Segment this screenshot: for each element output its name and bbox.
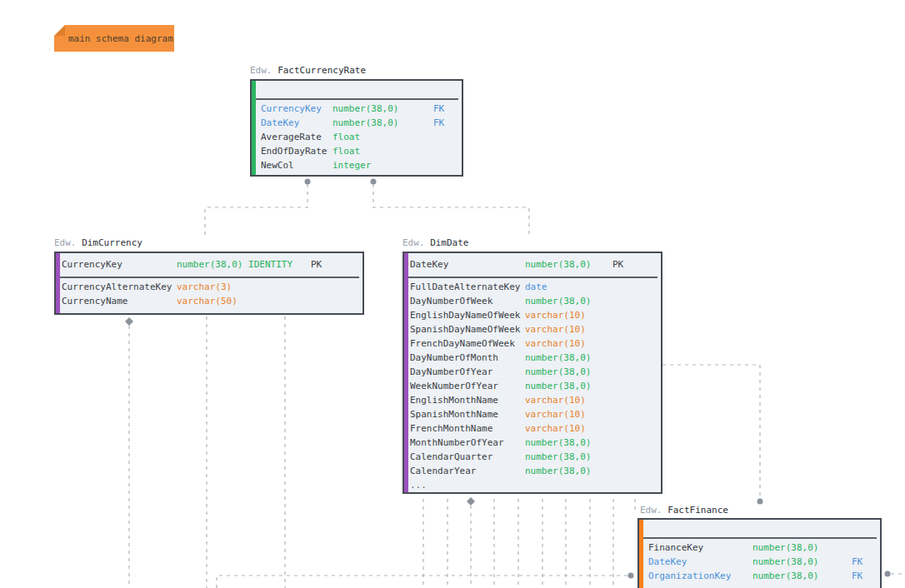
fk-endpoint-dot — [371, 179, 377, 185]
column-type: varchar(10) — [525, 407, 586, 421]
column-name: ... — [410, 478, 427, 492]
column-name: FinanceKey — [648, 541, 703, 555]
schema-prefix: Edw. — [54, 237, 82, 248]
column-type: number(38,0) — [525, 294, 591, 308]
column-row[interactable]: EnglishDayNameOfWeekvarchar(10) — [404, 308, 661, 322]
pk-column-row[interactable]: CurrencyKeynumber(38,0) IDENTITYPK — [56, 253, 362, 277]
column-name: AverageRate — [261, 130, 322, 144]
column-name: DateKey — [648, 555, 687, 569]
column-row[interactable]: EnglishMonthNamevarchar(10) — [404, 393, 661, 407]
column-type: varchar(10) — [525, 393, 586, 407]
pk-section — [639, 520, 880, 537]
column-row[interactable]: DayNumberOfYearnumber(38,0) — [404, 365, 661, 379]
column-name: DayNumberOfWeek — [410, 294, 492, 308]
column-row[interactable]: DateKeynumber(38,0)FK — [639, 555, 880, 569]
table-box-fact-currency-rate[interactable]: CurrencyKeynumber(38,0)FKDateKeynumber(3… — [250, 79, 463, 177]
table-name: DimDate — [430, 237, 468, 248]
column-name: CurrencyKey — [261, 102, 322, 116]
column-row[interactable]: OrganizationKeynumber(38,0)FK — [639, 569, 880, 583]
column-row[interactable]: ... — [404, 478, 661, 492]
column-type: varchar(10) — [525, 308, 586, 322]
column-row[interactable]: EndOfDayRatefloat — [252, 144, 462, 158]
pk-section — [252, 81, 462, 98]
column-type: float — [332, 144, 360, 158]
column-flag: PK — [311, 253, 322, 277]
column-flag: FK — [852, 555, 862, 569]
column-name: SpanishMonthName — [410, 407, 498, 421]
column-row[interactable]: SpanishDayNameOfWeekvarchar(10) — [404, 322, 661, 336]
column-row[interactable]: FrenchDayNameOfWeekvarchar(10) — [404, 336, 661, 351]
column-type: number(38,0) — [752, 555, 818, 569]
table-box-dim-currency[interactable]: CurrencyKeynumber(38,0) IDENTITYPKCurren… — [54, 252, 364, 315]
column-row[interactable]: CalendarYearnumber(38,0) — [404, 464, 661, 478]
column-row[interactable]: DayNumberOfMonthnumber(38,0) — [404, 351, 661, 365]
column-flag: FK — [433, 102, 444, 116]
pk-column-row[interactable]: DateKeynumber(38,0)PK — [404, 253, 661, 277]
column-name: SpanishDayNameOfWeek — [410, 322, 520, 336]
column-name: CalendarQuarter — [410, 450, 492, 464]
column-name: OrganizationKey — [648, 569, 731, 583]
column-flag: FK — [433, 116, 444, 130]
column-row[interactable]: CalendarQuarternumber(38,0) — [404, 450, 661, 464]
column-type: varchar(10) — [525, 421, 586, 436]
column-name: FrenchMonthName — [410, 421, 492, 436]
column-name: DayNumberOfMonth — [410, 351, 498, 365]
table-label-fact-currency-rate[interactable]: Edw. FactCurrencyRate — [250, 65, 366, 77]
column-type: number(38,0) — [752, 569, 818, 583]
column-row[interactable]: CurrencyAlternateKeyvarchar(3) — [56, 280, 362, 294]
column-type: varchar(50) — [177, 294, 238, 308]
column-row[interactable]: DayNumberOfWeeknumber(38,0) — [404, 294, 661, 308]
table-box-fact-finance[interactable]: FinanceKeynumber(38,0)DateKeynumber(38,0… — [638, 518, 882, 588]
column-name: MonthNumberOfYear — [410, 436, 504, 450]
column-type: number(38,0) — [525, 450, 591, 464]
column-type: number(38,0) — [525, 436, 591, 450]
connector-factcurrencyrate-dimcurrency[interactable] — [205, 184, 308, 237]
table-label-fact-finance[interactable]: Edw. FactFinance — [640, 505, 728, 516]
column-row[interactable]: AverageRatefloat — [252, 130, 462, 144]
note-text: main schema diagram — [68, 33, 173, 44]
column-type: varchar(10) — [525, 322, 586, 336]
pk-endpoint-diamond — [467, 497, 475, 506]
table-box-dim-date[interactable]: DateKeynumber(38,0)PKFullDateAlternateKe… — [402, 252, 662, 494]
column-row[interactable]: DateKeynumber(38,0)FK — [252, 116, 462, 130]
pk-section: DateKeynumber(38,0)PK — [404, 253, 661, 277]
column-row[interactable]: FinanceKeynumber(38,0) — [639, 541, 880, 555]
column-name: DateKey — [410, 253, 448, 277]
column-row[interactable]: NewColinteger — [252, 158, 462, 172]
connector-dimdate-factfinance[interactable] — [662, 365, 760, 498]
column-row[interactable]: WeekNumberOfYearnumber(38,0) — [404, 379, 661, 393]
table-name: FactCurrencyRate — [278, 65, 366, 76]
column-type: number(38,0) — [752, 541, 818, 555]
table-label-dim-date[interactable]: Edw. DimDate — [402, 237, 468, 249]
table-label-dim-currency[interactable]: Edw. DimCurrency — [54, 237, 142, 249]
column-name: EndOfDayRate — [261, 144, 327, 158]
column-type: number(38,0) — [525, 365, 591, 379]
table-name: DimCurrency — [82, 237, 142, 248]
pk-section: CurrencyKeynumber(38,0) IDENTITYPK — [56, 253, 362, 277]
fk-endpoint-dot — [758, 499, 763, 505]
column-row[interactable]: CurrencyKeynumber(38,0)FK — [252, 102, 462, 116]
column-name: DayNumberOfYear — [410, 365, 492, 379]
column-row[interactable]: SpanishMonthNamevarchar(10) — [404, 407, 661, 421]
column-name: EnglishDayNameOfWeek — [410, 308, 520, 322]
column-type: varchar(3) — [177, 280, 232, 294]
sticky-note[interactable]: main schema diagram — [54, 25, 174, 52]
connector-factcurrencyrate-dimdate[interactable] — [373, 184, 529, 237]
column-type: date — [525, 280, 548, 294]
schema-prefix: Edw. — [402, 237, 430, 248]
columns-section: CurrencyAlternateKeyvarchar(3)CurrencyNa… — [56, 278, 362, 308]
schema-prefix: Edw. — [250, 65, 278, 76]
column-row[interactable]: FrenchMonthNamevarchar(10) — [404, 421, 661, 436]
column-row[interactable]: FullDateAlternateKeydate — [404, 280, 661, 294]
column-row[interactable]: CurrencyNamevarchar(50) — [56, 294, 362, 308]
column-type: number(38,0) — [525, 253, 591, 277]
column-name: FrenchDayNameOfWeek — [410, 336, 515, 351]
column-flag: PK — [612, 253, 623, 277]
columns-section: CurrencyKeynumber(38,0)FKDateKeynumber(3… — [252, 100, 462, 172]
column-row[interactable]: MonthNumberOfYearnumber(38,0) — [404, 436, 661, 450]
column-name: EnglishMonthName — [410, 393, 498, 407]
column-type: number(38,0) IDENTITY — [177, 253, 292, 277]
column-name: CurrencyName — [62, 294, 128, 308]
column-type: number(38,0) — [525, 351, 591, 365]
column-name: WeekNumberOfYear — [410, 379, 498, 393]
